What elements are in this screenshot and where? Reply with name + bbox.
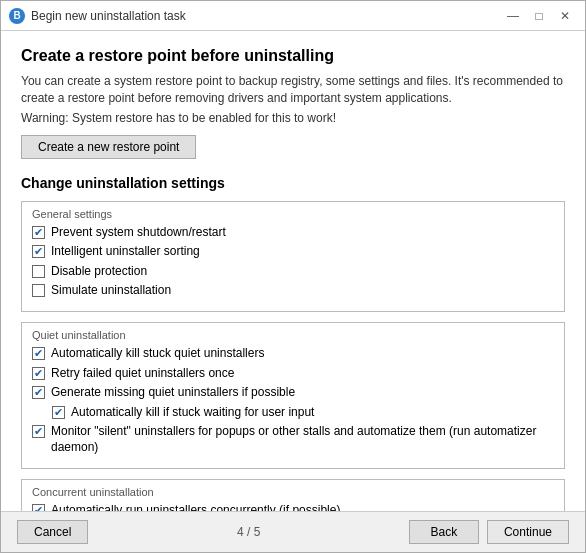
footer: Cancel 4 / 5 Back Continue [1,511,585,552]
list-item: ✔ Automatically kill stuck quiet uninsta… [32,346,554,362]
create-restore-point-button[interactable]: Create a new restore point [21,135,196,159]
list-item: ✔ Monitor "silent" uninstallers for popu… [32,424,554,455]
general-settings-group: General settings ✔ Prevent system shutdo… [21,201,565,312]
restore-section-desc: You can create a system restore point to… [21,73,565,107]
close-button[interactable]: ✕ [553,6,577,26]
minimize-button[interactable]: — [501,6,525,26]
cancel-button[interactable]: Cancel [17,520,88,544]
checkbox-retry-failed[interactable]: ✔ [32,367,45,380]
checkbox-monitor-silent[interactable]: ✔ [32,425,45,438]
main-window: B Begin new uninstallation task — □ ✕ Cr… [0,0,586,553]
list-item: ✔ Generate missing quiet uninstallers if… [32,385,554,401]
footer-right: Back Continue [409,520,569,544]
checkbox-prevent-shutdown[interactable]: ✔ [32,226,45,239]
checkbox-intelligent-sorting[interactable]: ✔ [32,245,45,258]
settings-title: Change uninstallation settings [21,175,565,191]
checkbox-run-concurrently[interactable]: ✔ [32,504,45,511]
checkbox-intelligent-sorting-label: Intelligent uninstaller sorting [51,244,200,260]
checkbox-disable-protection[interactable] [32,265,45,278]
checkbox-simulate-uninstall[interactable] [32,284,45,297]
titlebar: B Begin new uninstallation task — □ ✕ [1,1,585,31]
checkbox-kill-stuck[interactable]: ✔ [32,347,45,360]
checkbox-generate-missing-label: Generate missing quiet uninstallers if p… [51,385,295,401]
list-item: ✔ Intelligent uninstaller sorting [32,244,554,260]
general-group-label: General settings [32,208,554,220]
window-controls: — □ ✕ [501,6,577,26]
checkbox-generate-missing[interactable]: ✔ [32,386,45,399]
maximize-button[interactable]: □ [527,6,551,26]
app-icon: B [9,8,25,24]
checkbox-monitor-silent-label: Monitor "silent" uninstallers for popups… [51,424,554,455]
settings-section: Change uninstallation settings General s… [21,175,565,511]
list-item: ✔ Automatically kill if stuck waiting fo… [52,405,554,421]
checkbox-kill-waiting[interactable]: ✔ [52,406,65,419]
checkbox-kill-stuck-label: Automatically kill stuck quiet uninstall… [51,346,264,362]
checkbox-prevent-shutdown-label: Prevent system shutdown/restart [51,225,226,241]
restore-section-title: Create a restore point before uninstalli… [21,47,565,65]
continue-button[interactable]: Continue [487,520,569,544]
main-content: Create a restore point before uninstalli… [1,31,585,511]
checkbox-simulate-uninstall-label: Simulate uninstallation [51,283,171,299]
restore-warning: Warning: System restore has to be enable… [21,111,565,125]
list-item: ✔ Automatically run uninstallers concurr… [32,503,554,511]
checkbox-retry-failed-label: Retry failed quiet uninstallers once [51,366,234,382]
checkbox-kill-waiting-label: Automatically kill if stuck waiting for … [71,405,314,421]
checkbox-disable-protection-label: Disable protection [51,264,147,280]
list-item: Disable protection [32,264,554,280]
quiet-group-label: Quiet uninstallation [32,329,554,341]
checkbox-run-concurrently-label: Automatically run uninstallers concurren… [51,503,340,511]
concurrent-uninstall-group: Concurrent uninstallation ✔ Automaticall… [21,479,565,511]
window-title: Begin new uninstallation task [31,9,501,23]
concurrent-group-label: Concurrent uninstallation [32,486,554,498]
list-item: Simulate uninstallation [32,283,554,299]
quiet-uninstall-group: Quiet uninstallation ✔ Automatically kil… [21,322,565,469]
list-item: ✔ Retry failed quiet uninstallers once [32,366,554,382]
restore-section: Create a restore point before uninstalli… [21,47,565,175]
page-indicator: 4 / 5 [237,525,260,539]
back-button[interactable]: Back [409,520,479,544]
list-item: ✔ Prevent system shutdown/restart [32,225,554,241]
footer-left: Cancel [17,520,88,544]
